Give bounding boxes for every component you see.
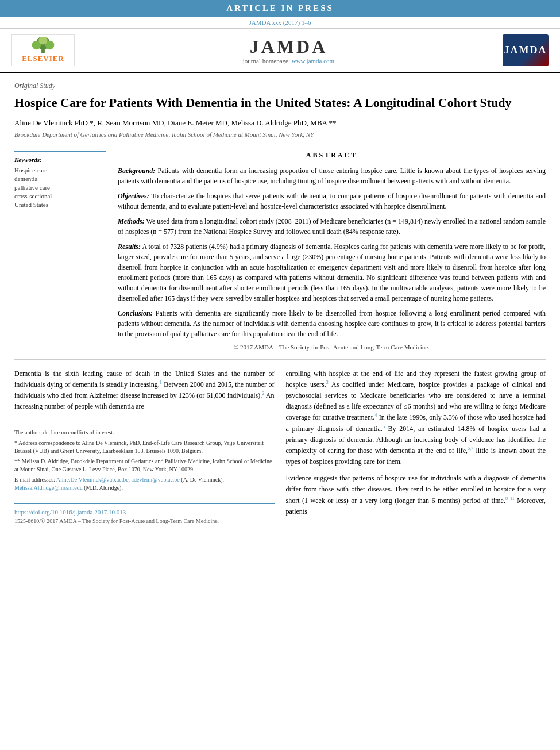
results-text: A total of 7328 patients (4.9%) had a pr… [118,243,546,302]
objectives-label: Objectives: [118,192,149,200]
email3-person: (M.D. Aldridge). [84,484,123,491]
journal-header: ELSEVIER JAMDA journal homepage: www.jam… [0,29,560,73]
conclusion-label: Conclusion: [118,309,153,317]
email1-person: (A. De Vleminck) [181,476,222,483]
footer-bar: https://doi.org/10.1016/j.jamda.2017.10.… [14,503,275,524]
footnote-conflict: The authors declare no conflicts of inte… [14,429,275,437]
journal-name: JAMDA [75,36,503,57]
objectives-text: To characterize the hospices that serve … [118,192,546,210]
body-left-column: Dementia is the sixth leading cause of d… [14,368,275,525]
abstract-conclusion: Conclusion: Patients with dementia are s… [118,308,546,339]
email-link-2[interactable]: adevlemi@vub.ac.be [132,476,180,483]
study-type-label: Original Study [14,82,546,90]
journal-homepage: journal homepage: www.jamda.com [75,57,503,64]
abstract-methods: Methods: We used data from a longitudina… [118,216,546,237]
footnote-emails: E-mail addresses: Aline.De.Vleminck@vub.… [14,476,275,492]
article-title: Hospice Care for Patients With Dementia … [14,95,546,111]
elsevier-logo: ELSEVIER [11,34,75,66]
authors-text: Aline De Vleminck PhD *, R. Sean Morriso… [14,118,337,127]
journal-center: JAMDA journal homepage: www.jamda.com [75,36,503,64]
keyword-dementia: dementia [14,175,106,182]
footer-issn: 1525-8610/© 2017 AMDA – The Society for … [14,518,275,524]
banner-text: ARTICLE IN PRESS [226,3,334,13]
abstract-section: Keywords: Hospice care dementia palliati… [14,151,546,351]
copyright-line: © 2017 AMDA – The Society for Post-Acute… [118,344,546,351]
body-right-paragraph-2: Evidence suggests that patterns of hospi… [286,473,546,517]
jamda-logo-box: JAMDA [503,34,549,66]
affiliation-text: Brookdale Department of Geriatrics and P… [14,131,546,138]
abstract-background: Background: Patients with dementia form … [118,166,546,186]
background-text: Patients with dementia form an increasin… [118,167,546,185]
footnote-address1: * Address correspondence to Aline De Vle… [14,439,275,455]
keyword-palliative-care: palliative care [14,184,106,191]
email-label: E-mail addresses: [14,476,55,483]
keyword-hospice-care: Hospice care [14,167,106,174]
keywords-title: Keywords: [14,156,106,163]
abstract-objectives: Objectives: To characterize the hospices… [118,191,546,211]
methods-text: We used data from a longitudinal cohort … [118,217,546,236]
elsevier-tree-icon [26,37,60,54]
homepage-link[interactable]: www.jamda.com [292,57,334,64]
abstract-results: Results: A total of 7328 patients (4.9%)… [118,241,546,303]
keywords-column: Keywords: Hospice care dementia palliati… [14,151,106,351]
abstract-column: ABSTRACT Background: Patients with demen… [118,151,546,351]
body-right-column: enrolling with hospice at the end of lif… [286,368,546,525]
footnote-address2-text: ** Melissa D. Aldridge, Brookdale Depart… [14,458,272,472]
main-content: Original Study Hospice Care for Patients… [0,73,560,533]
body-right-paragraph-1: enrolling with hospice at the end of lif… [286,368,546,468]
footnote-address2: ** Melissa D. Aldridge, Brookdale Depart… [14,457,275,474]
doi-link[interactable]: https://doi.org/10.1016/j.jamda.2017.10.… [14,509,126,516]
body-left-paragraph-1: Dementia is the sixth leading cause of d… [14,368,275,413]
homepage-label: journal homepage: [243,57,290,64]
body-text-section: Dementia is the sixth leading cause of d… [14,359,546,525]
body-two-column: Dementia is the sixth leading cause of d… [14,368,546,525]
keyword-united-states: United States [14,201,106,208]
authors-line: Aline De Vleminck PhD *, R. Sean Morriso… [14,118,546,128]
conclusion-text: Patients with dementia are significantly… [118,309,546,338]
footnote-address1-text: * Address correspondence to Aline De Vle… [14,440,264,454]
results-label: Results: [118,243,141,251]
methods-label: Methods: [118,217,145,225]
email-link-1[interactable]: Aline.De.Vleminck@vub.ac.be [56,476,129,483]
article-in-press-banner: ARTICLE IN PRESS [0,0,560,17]
footnote-section: The authors declare no conflicts of inte… [14,424,275,492]
keyword-cross-sectional: cross-sectional [14,193,106,199]
background-label: Background: [118,167,155,175]
abstract-title: ABSTRACT [118,151,546,160]
elsevier-wordmark: ELSEVIER [22,54,64,63]
jamda-logo-text: JAMDA [504,44,547,56]
keywords-box: Keywords: Hospice care dementia palliati… [14,151,106,208]
journal-citation-bar: JAMDA xxx (2017) 1–6 [0,17,560,29]
section-divider [14,145,546,145]
email-link-3[interactable]: Melissa.Aldridge@mssm.edu [14,484,83,491]
journal-citation: JAMDA xxx (2017) 1–6 [249,19,311,26]
